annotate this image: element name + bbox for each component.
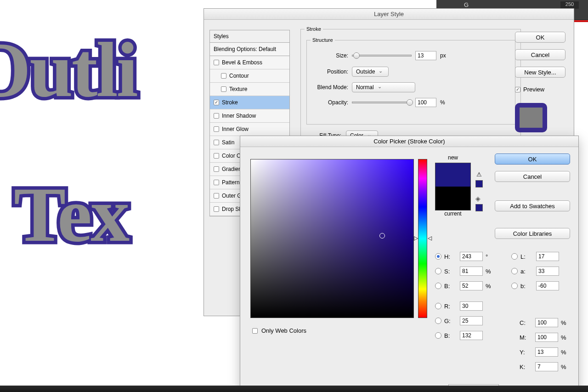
size-slider[interactable] — [352, 55, 412, 57]
checkbox-icon[interactable] — [214, 113, 219, 119]
c-input[interactable] — [535, 318, 558, 327]
g-value[interactable]: 250 — [560, 1, 579, 9]
hue-arrow-left-icon[interactable]: ▷ — [414, 235, 418, 241]
lb-input[interactable] — [536, 281, 559, 290]
h-input[interactable] — [460, 252, 483, 261]
checkbox-icon[interactable] — [252, 328, 258, 334]
opacity-input[interactable] — [415, 98, 436, 107]
pct-unit: % — [486, 283, 491, 290]
cube-icon[interactable]: ◈ — [475, 195, 483, 202]
l-input[interactable] — [536, 252, 559, 261]
radio-s[interactable] — [435, 268, 441, 274]
blend-mode-select[interactable]: Normal — [352, 82, 415, 92]
opacity-slider[interactable] — [352, 102, 412, 103]
checkbox-icon[interactable] — [214, 60, 219, 65]
lab-fields: L: a: b: — [511, 252, 559, 296]
b-label: B: — [444, 283, 456, 290]
hsb-rgb-fields: H:° S:% B:% R: G: B: — [435, 252, 491, 346]
color-swatch-stack[interactable] — [435, 163, 471, 210]
current-label: current — [435, 210, 471, 217]
radio-bv[interactable] — [435, 332, 441, 339]
radio-r[interactable] — [435, 303, 441, 309]
size-input[interactable] — [415, 51, 436, 60]
style-label: Bevel & Emboss — [222, 59, 262, 66]
cp-ok-button[interactable]: OK — [495, 153, 570, 165]
checkbox-icon[interactable] — [214, 140, 219, 145]
style-item-inner-glow[interactable]: Inner Glow — [210, 123, 289, 136]
cancel-button[interactable]: Cancel — [515, 49, 565, 60]
slider-thumb-icon[interactable] — [353, 52, 360, 59]
preview-swatch — [515, 103, 547, 132]
blend-label: Blend Mode: — [307, 84, 348, 91]
radio-h[interactable] — [435, 253, 441, 260]
y-input[interactable] — [535, 347, 558, 357]
style-item-inner-shadow[interactable]: Inner Shadow — [210, 109, 289, 123]
canvas-text-line1: Outli — [0, 25, 137, 115]
blending-options[interactable]: Blending Options: Default — [210, 43, 289, 56]
style-item-bevel[interactable]: Bevel & Emboss — [210, 56, 289, 69]
checkbox-icon[interactable] — [221, 86, 226, 92]
saturation-value-box[interactable] — [250, 159, 414, 318]
preview-toggle[interactable]: Preview — [515, 86, 565, 93]
ok-button[interactable]: OK — [515, 32, 565, 43]
radio-l[interactable] — [511, 253, 518, 260]
checkbox-icon[interactable] — [214, 193, 219, 199]
k-label: K: — [520, 364, 531, 370]
hue-slider[interactable] — [418, 159, 427, 318]
styles-header[interactable]: Styles — [210, 30, 289, 43]
style-item-stroke[interactable]: Stroke — [210, 96, 289, 109]
a-label: a: — [520, 268, 532, 275]
style-item-texture[interactable]: Texture — [210, 83, 289, 96]
style-label: Inner Shadow — [222, 113, 256, 119]
opacity-label: Opacity: — [307, 99, 348, 106]
checkbox-icon[interactable] — [214, 166, 219, 172]
s-input[interactable] — [460, 267, 483, 276]
new-color-swatch — [435, 163, 470, 187]
s-label: S: — [444, 268, 456, 275]
sv-marker-icon[interactable] — [379, 233, 385, 239]
gamut-swatch[interactable] — [475, 180, 483, 187]
position-label: Position: — [307, 68, 348, 75]
position-select[interactable]: Outside — [352, 67, 389, 77]
only-web-colors-toggle[interactable]: Only Web Colors — [252, 327, 306, 334]
size-unit: px — [440, 52, 446, 59]
radio-lb[interactable] — [511, 283, 518, 289]
size-label: Size: — [307, 52, 348, 59]
style-label: Stroke — [222, 99, 238, 106]
hue-arrow-right-icon[interactable]: ◁ — [428, 235, 432, 241]
style-label: Satin — [222, 139, 234, 146]
checkbox-icon[interactable] — [515, 87, 520, 92]
r-input[interactable] — [460, 301, 483, 311]
new-style-button[interactable]: New Style... — [515, 67, 565, 78]
color-libraries-button[interactable]: Color Libraries — [495, 228, 570, 239]
g-input[interactable] — [460, 316, 483, 325]
radio-g[interactable] — [435, 318, 441, 324]
m-input[interactable] — [535, 333, 558, 342]
m-label: M: — [520, 334, 531, 341]
websafe-swatch[interactable] — [475, 204, 483, 211]
style-item-contour[interactable]: Contour — [210, 69, 289, 83]
slider-thumb-icon[interactable] — [407, 99, 413, 106]
checkbox-icon[interactable] — [214, 126, 219, 132]
k-input[interactable] — [535, 362, 558, 371]
add-swatches-button[interactable]: Add to Swatches — [495, 200, 570, 211]
pct-unit: % — [561, 349, 566, 356]
current-color-swatch — [435, 187, 470, 210]
c-label: C: — [520, 319, 531, 326]
bottom-dock-bar — [0, 386, 588, 392]
checkbox-icon[interactable] — [214, 180, 219, 185]
radio-a[interactable] — [511, 268, 518, 274]
warning-icon[interactable]: ⚠ — [476, 171, 482, 178]
checkbox-icon[interactable] — [214, 206, 219, 212]
b-input[interactable] — [460, 281, 483, 290]
radio-b[interactable] — [435, 283, 441, 289]
checkbox-icon[interactable] — [214, 153, 219, 159]
opacity-unit: % — [440, 99, 445, 106]
stroke-fieldset: Stroke Structure Size: px Position: Outs… — [300, 26, 521, 143]
a-input[interactable] — [536, 267, 559, 276]
cp-cancel-button[interactable]: Cancel — [495, 171, 570, 182]
bv-input[interactable] — [460, 331, 483, 340]
checkbox-icon[interactable] — [214, 100, 219, 105]
checkbox-icon[interactable] — [221, 73, 226, 79]
r-label: R: — [444, 303, 456, 310]
